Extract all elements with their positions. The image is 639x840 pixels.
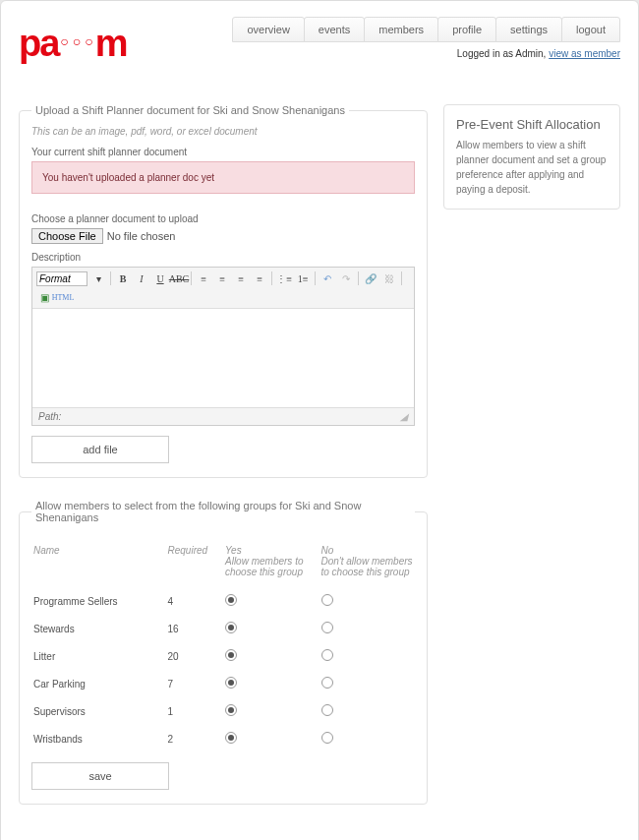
- group-name: Car Parking: [31, 670, 166, 697]
- logo: pa○○○m: [19, 23, 127, 65]
- nav-overview[interactable]: overview: [232, 17, 304, 42]
- group-name: Wristbands: [31, 725, 166, 752]
- groups-legend: Allow members to select from the followi…: [31, 500, 415, 523]
- upload-fieldset: Upload a Shift Planner document for Ski …: [19, 104, 428, 478]
- sidebar-title: Pre-Event Shift Allocation: [456, 117, 608, 132]
- groups-fieldset: Allow members to select from the followi…: [19, 500, 428, 805]
- current-doc-label: Your current shift planner document: [31, 147, 415, 157]
- allow-no-radio[interactable]: [321, 622, 333, 633]
- group-name: Supervisors: [31, 697, 166, 725]
- nav-profile[interactable]: profile: [437, 17, 496, 42]
- align-center-icon[interactable]: ≡: [214, 270, 230, 286]
- bullet-list-icon[interactable]: ⋮≡: [276, 270, 292, 286]
- main-nav: overvieweventsmembersprofilesettingslogo…: [233, 17, 620, 42]
- col-no: NoDon't allow members to choose this gro…: [320, 541, 416, 587]
- group-name: Programme Sellers: [31, 587, 166, 615]
- group-required: 1: [166, 697, 224, 725]
- sidebar-box: Pre-Event Shift Allocation Allow members…: [443, 104, 620, 210]
- image-icon[interactable]: ▣: [36, 289, 52, 305]
- bold-icon[interactable]: B: [115, 270, 131, 286]
- description-label: Description: [31, 252, 415, 263]
- align-left-icon[interactable]: ≡: [196, 270, 211, 286]
- table-row: Litter20: [31, 642, 415, 670]
- allow-yes-radio[interactable]: [225, 732, 237, 744]
- allow-yes-radio[interactable]: [225, 677, 237, 689]
- allow-no-radio[interactable]: [321, 704, 333, 716]
- login-status: Logged in as Admin, view as member: [233, 48, 620, 59]
- view-as-member-link[interactable]: view as member: [549, 48, 620, 59]
- resize-handle-icon[interactable]: ◢: [400, 411, 408, 422]
- format-select[interactable]: [36, 271, 87, 286]
- allow-no-radio[interactable]: [321, 649, 333, 661]
- strike-icon[interactable]: ABC: [171, 270, 187, 286]
- table-row: Supervisors1: [31, 697, 415, 725]
- allow-no-radio[interactable]: [321, 732, 333, 744]
- save-button[interactable]: save: [31, 762, 169, 790]
- editor-path: Path:: [38, 411, 61, 422]
- groups-table: Name Required YesAllow members to choose…: [31, 541, 415, 752]
- table-row: Programme Sellers4: [31, 587, 415, 615]
- nav-members[interactable]: members: [364, 17, 438, 42]
- group-required: 16: [166, 615, 224, 642]
- upload-legend: Upload a Shift Planner document for Ski …: [31, 104, 349, 116]
- no-file-text: No file chosen: [107, 230, 176, 242]
- group-required: 7: [166, 670, 224, 697]
- add-file-button[interactable]: add file: [31, 436, 169, 463]
- editor-toolbar: ▾ B I U ABC ≡ ≡ ≡ ≡ ⋮≡ 1≡: [32, 268, 414, 309]
- upload-subtitle: This can be an image, pdf, word, or exce…: [31, 126, 415, 137]
- undo-icon[interactable]: ↶: [320, 270, 335, 286]
- col-required: Required: [166, 541, 224, 587]
- allow-yes-radio[interactable]: [225, 704, 237, 716]
- format-dropdown-icon[interactable]: ▾: [90, 270, 106, 286]
- table-row: Stewards16: [31, 615, 415, 642]
- unlink-icon[interactable]: ⛓: [381, 270, 397, 286]
- editor-textarea[interactable]: [32, 309, 414, 407]
- group-required: 20: [166, 642, 224, 670]
- allow-yes-radio[interactable]: [225, 594, 237, 606]
- choose-label: Choose a planner document to upload: [31, 213, 415, 224]
- group-name: Litter: [31, 642, 166, 670]
- col-name: Name: [31, 541, 166, 587]
- table-row: Car Parking7: [31, 670, 415, 697]
- allow-no-radio[interactable]: [321, 594, 333, 606]
- allow-yes-radio[interactable]: [225, 649, 237, 661]
- group-required: 4: [166, 587, 224, 615]
- allow-yes-radio[interactable]: [225, 622, 237, 633]
- html-icon[interactable]: HTML: [55, 289, 71, 305]
- table-row: Wristbands2: [31, 725, 415, 752]
- align-right-icon[interactable]: ≡: [233, 270, 249, 286]
- italic-icon[interactable]: I: [134, 270, 149, 286]
- number-list-icon[interactable]: 1≡: [295, 270, 311, 286]
- nav-events[interactable]: events: [304, 17, 365, 42]
- choose-file-button[interactable]: Choose File: [31, 228, 103, 244]
- sidebar-text: Allow members to view a shift planner do…: [456, 138, 608, 197]
- group-required: 2: [166, 725, 224, 752]
- nav-logout[interactable]: logout: [561, 17, 620, 42]
- rich-editor: ▾ B I U ABC ≡ ≡ ≡ ≡ ⋮≡ 1≡: [31, 267, 415, 426]
- no-upload-alert: You haven't uploaded a planner doc yet: [31, 161, 415, 194]
- align-justify-icon[interactable]: ≡: [252, 270, 267, 286]
- nav-settings[interactable]: settings: [495, 17, 562, 42]
- underline-icon[interactable]: U: [152, 270, 168, 286]
- group-name: Stewards: [31, 615, 166, 642]
- allow-no-radio[interactable]: [321, 677, 333, 689]
- redo-icon[interactable]: ↷: [338, 270, 354, 286]
- link-icon[interactable]: 🔗: [363, 270, 378, 286]
- col-yes: YesAllow members to choose this group: [223, 541, 320, 587]
